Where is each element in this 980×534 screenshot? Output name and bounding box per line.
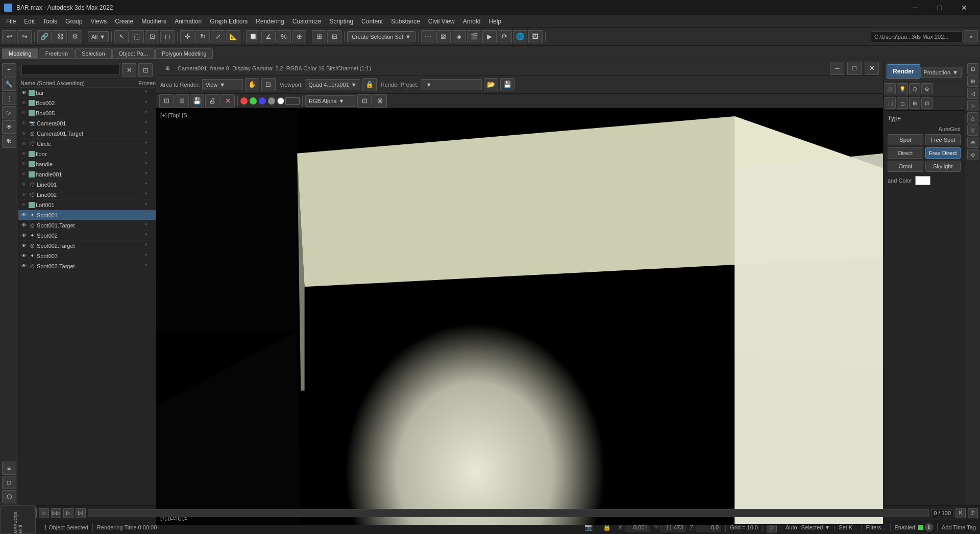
scene-item[interactable]: 👁✦Spot001*	[18, 210, 156, 220]
display-tool[interactable]: 👁	[2, 120, 16, 134]
rv-btn3[interactable]: ◁	[967, 88, 978, 99]
menu-item-civil-view[interactable]: Civil View	[424, 17, 459, 26]
blue-channel-dot[interactable]	[259, 97, 266, 105]
scene-item[interactable]: 👁⬡Line001*	[18, 180, 156, 190]
channel-dropdown[interactable]: RGB Alpha ▼	[305, 95, 356, 107]
menu-item-help[interactable]: Help	[484, 17, 505, 26]
menu-item-animation[interactable]: Animation	[170, 17, 206, 26]
menu-item-views[interactable]: Views	[86, 17, 111, 26]
menu-item-group[interactable]: Group	[61, 17, 86, 26]
rotate-button[interactable]: ↻	[195, 30, 210, 43]
sort-name-column[interactable]: Name (Sorted Ascending)	[20, 80, 138, 86]
modify-tool[interactable]: 🔧	[2, 78, 16, 91]
omni-btn[interactable]: Omni	[888, 161, 923, 172]
panel-btn2[interactable]: ◻	[897, 97, 908, 109]
scene-item[interactable]: 👁⬡Line002*	[18, 190, 156, 200]
tab-freeform[interactable]: Freeform	[39, 48, 75, 59]
render-window-close[interactable]: ✕	[865, 62, 879, 75]
display-options-button[interactable]: ⊡	[159, 94, 174, 108]
panel-btn1[interactable]: ⬚	[885, 97, 896, 109]
scene-item[interactable]: 👁◎Spot001.Target*	[18, 220, 156, 231]
production-dropdown[interactable]: Production ▼	[920, 67, 962, 78]
spot-btn[interactable]: Spot	[888, 134, 923, 145]
freespot-btn[interactable]: Free Spot	[925, 134, 961, 145]
blowup-button[interactable]: ⊡	[261, 78, 276, 91]
menu-item-modifiers[interactable]: Modifiers	[137, 17, 170, 26]
maximize-button[interactable]: □	[928, 0, 951, 15]
menu-item-file[interactable]: File	[2, 17, 20, 26]
play-btn[interactable]: ▷	[39, 508, 49, 518]
scene-item[interactable]: 👁floor*	[18, 149, 156, 159]
place-button[interactable]: 📐	[226, 30, 240, 43]
select-filter-button[interactable]: ⊡	[145, 30, 159, 43]
rv-btn1[interactable]: ⊡	[967, 63, 978, 74]
percent-snap-button[interactable]: %	[277, 30, 291, 43]
direct-btn[interactable]: Direct	[888, 147, 923, 159]
create-tool[interactable]: +	[2, 63, 16, 77]
close-button[interactable]: ✕	[952, 0, 976, 15]
rv-btn6[interactable]: ▽	[967, 124, 978, 136]
select-button[interactable]: ↖	[114, 30, 129, 43]
skylight-btn[interactable]: Skylight	[925, 161, 961, 172]
panel-btn3[interactable]: ⊞	[909, 97, 920, 109]
rv-btn2[interactable]: ⊞	[967, 75, 978, 87]
render-window-maximize[interactable]: □	[847, 62, 862, 75]
schematic-button[interactable]: ⊠	[436, 30, 451, 43]
tab-object-paint[interactable]: Object Pa...	[112, 48, 155, 59]
lights-button[interactable]: 💡	[897, 83, 908, 94]
time-config-btn[interactable]: ⏱	[968, 508, 978, 518]
sort-frozen-column[interactable]: Frozen	[138, 80, 154, 86]
clear-button[interactable]: ✕	[220, 94, 235, 108]
scene-item[interactable]: 👁handle001*	[18, 169, 156, 180]
alpha-channel-dot[interactable]	[268, 97, 275, 105]
render-window-minimize[interactable]: ─	[830, 62, 844, 75]
scene-item[interactable]: 👁Box002*	[18, 98, 156, 108]
toggle-layers[interactable]: □	[2, 476, 16, 489]
next-frame-btn[interactable]: ▷|	[76, 508, 86, 518]
info-button[interactable]: ℹ	[925, 523, 933, 531]
clear-search-button[interactable]: ✕	[122, 63, 136, 77]
spinner-snap-button[interactable]: ⊕	[292, 30, 306, 43]
menu-item-tools[interactable]: Tools	[39, 17, 61, 26]
render-result-button[interactable]: 🖼	[528, 30, 543, 43]
angle-snap-button[interactable]: ∡	[261, 30, 276, 43]
scene-item[interactable]: 👁◎Spot003.Target*	[18, 261, 156, 271]
scene-item[interactable]: 👁◎Spot002.Target*	[18, 241, 156, 251]
print-button[interactable]: 🖨	[205, 94, 219, 108]
menu-item-rendering[interactable]: Rendering	[252, 17, 288, 26]
scene-item[interactable]: 👁✦Spot003*	[18, 251, 156, 261]
snap-button[interactable]: 🔲	[246, 30, 260, 43]
material-editor-button[interactable]: ◈	[452, 30, 466, 43]
set-key-btn[interactable]: Set K...	[839, 524, 857, 530]
hierarchy-tool[interactable]: ⋮	[2, 92, 16, 105]
clone-button[interactable]: ⊞	[175, 94, 189, 108]
cameras-button[interactable]: 🎥	[885, 83, 896, 94]
render-scene-button[interactable]: 🎬	[467, 30, 481, 43]
panel-btn4[interactable]: ⊡	[921, 97, 933, 109]
menu-item-customize[interactable]: Customize	[288, 17, 326, 26]
menu-item-create[interactable]: Create	[111, 17, 137, 26]
timeline-track[interactable]	[88, 509, 929, 517]
rv-btn5[interactable]: △	[967, 112, 978, 123]
tab-selection[interactable]: Selection	[75, 48, 111, 59]
filter-options-button[interactable]: ⊡	[138, 63, 153, 77]
area-to-render-dropdown[interactable]: View ▼	[202, 79, 243, 90]
minimize-button[interactable]: ─	[903, 0, 927, 15]
pick-area-button[interactable]: ✋	[245, 78, 259, 91]
rv-btn8[interactable]: ⊖	[967, 149, 978, 160]
scene-item[interactable]: 👁✦Spot002*	[18, 231, 156, 241]
align-button[interactable]: ⊟	[327, 30, 341, 43]
more-button[interactable]: »	[964, 30, 978, 43]
window-controls[interactable]: ─ □ ✕	[903, 0, 976, 15]
render-button[interactable]: Render	[887, 64, 920, 79]
render-preset-dropdown[interactable]: ▼	[421, 79, 482, 90]
helpers-button[interactable]: ⊕	[921, 83, 933, 94]
red-channel-dot[interactable]	[240, 97, 248, 105]
maxscript-mini[interactable]: MAXScript Mini	[0, 505, 36, 534]
viewport-label-topleft[interactable]: [+] [Top] [S	[160, 112, 187, 118]
move-button[interactable]: ✛	[180, 30, 194, 43]
key-mode-btn[interactable]: K	[955, 508, 966, 518]
save-preset-button[interactable]: 💾	[500, 78, 514, 91]
toggle-scene-explorer[interactable]: ≡	[2, 462, 16, 475]
scale-button[interactable]: ⤢	[211, 30, 225, 43]
